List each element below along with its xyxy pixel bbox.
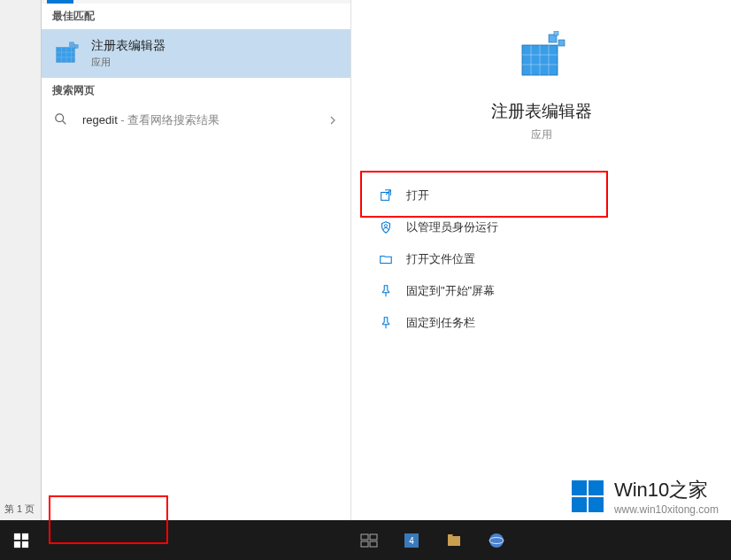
svg-rect-28 <box>21 541 27 547</box>
svg-rect-40 <box>589 480 604 495</box>
action-label: 以管理员身份运行 <box>406 219 498 235</box>
watermark-url: www.win10xitong.com <box>614 503 719 516</box>
svg-rect-41 <box>572 497 587 512</box>
pin-start-icon <box>378 283 394 299</box>
best-match-result[interactable]: 注册表编辑器 应用 <box>42 29 350 78</box>
action-label: 打开 <box>406 188 429 203</box>
watermark-title: Win10之家 <box>614 477 719 503</box>
search-term: regedit <box>82 113 118 127</box>
pin-taskbar-icon <box>378 315 394 331</box>
taskbar-app-1[interactable]: 4 <box>391 523 431 558</box>
svg-text:4: 4 <box>409 536 414 546</box>
svg-rect-17 <box>549 35 557 42</box>
hero-app-name: 注册表编辑器 <box>351 100 731 123</box>
app-type: 应用 <box>91 56 165 69</box>
svg-rect-42 <box>589 497 604 512</box>
taskbar-app-3[interactable] <box>476 523 516 558</box>
svg-rect-8 <box>74 44 78 48</box>
svg-point-9 <box>56 114 64 122</box>
admin-icon <box>378 219 394 235</box>
search-results-column: 最佳匹配 注册表编辑器 应用 搜索网页 <box>42 0 351 520</box>
action-list: 打开 以管理员身份运行 打开文件位置 <box>351 180 731 339</box>
svg-rect-7 <box>70 42 74 46</box>
hero-app-type: 应用 <box>351 127 731 142</box>
windows-logo-icon <box>570 479 605 514</box>
svg-rect-19 <box>554 31 558 35</box>
svg-line-10 <box>63 121 66 125</box>
svg-rect-26 <box>21 533 27 539</box>
svg-rect-0 <box>57 47 75 62</box>
action-pin-taskbar[interactable]: 固定到任务栏 <box>369 307 731 339</box>
folder-icon <box>378 251 394 267</box>
action-label: 固定到"开始"屏幕 <box>406 283 495 299</box>
taskbar: 4 <box>0 520 731 560</box>
open-icon <box>378 188 394 203</box>
regedit-hero-icon <box>515 31 568 84</box>
watermark-text: Win10之家 www.win10xitong.com <box>614 477 719 516</box>
app-name: 注册表编辑器 <box>91 38 165 54</box>
web-search-header: 搜索网页 <box>42 78 350 104</box>
web-search-text: regedit - 查看网络搜索结果 <box>82 112 219 128</box>
narrow-sidebar: 第 1 页 <box>0 0 42 560</box>
search-suffix: - 查看网络搜索结果 <box>118 113 220 127</box>
action-label: 固定到任务栏 <box>406 315 475 331</box>
svg-point-22 <box>384 225 387 227</box>
best-match-header: 最佳匹配 <box>42 4 350 29</box>
app-hero: 注册表编辑器 应用 <box>351 31 731 142</box>
regedit-icon <box>52 40 81 68</box>
svg-rect-27 <box>13 541 19 547</box>
svg-rect-20 <box>381 192 389 200</box>
taskbar-app-2[interactable] <box>434 523 473 558</box>
svg-rect-30 <box>370 534 377 540</box>
chevron-right-icon <box>327 115 338 126</box>
taskbar-taskview[interactable] <box>349 523 389 558</box>
action-label: 打开文件位置 <box>406 251 475 267</box>
svg-rect-32 <box>370 541 377 547</box>
watermark: Win10之家 www.win10xitong.com <box>570 477 719 516</box>
web-search-result[interactable]: regedit - 查看网络搜索结果 <box>42 104 350 137</box>
svg-rect-39 <box>572 480 587 495</box>
svg-rect-29 <box>361 534 368 540</box>
best-match-text: 注册表编辑器 应用 <box>91 38 165 69</box>
start-button[interactable] <box>0 520 42 560</box>
search-icon <box>54 112 70 128</box>
svg-rect-18 <box>558 40 565 46</box>
action-run-as-admin[interactable]: 以管理员身份运行 <box>369 211 731 243</box>
action-open[interactable]: 打开 <box>369 180 731 211</box>
taskbar-items: 4 <box>338 520 516 560</box>
action-pin-start[interactable]: 固定到"开始"屏幕 <box>369 275 731 307</box>
svg-rect-25 <box>13 533 19 539</box>
action-open-location[interactable]: 打开文件位置 <box>369 243 731 275</box>
svg-rect-31 <box>361 541 368 547</box>
details-column: 注册表编辑器 应用 打开 以管理员身份运行 <box>351 0 731 520</box>
svg-point-35 <box>489 533 504 548</box>
page-indicator: 第 1 页 <box>4 502 35 516</box>
